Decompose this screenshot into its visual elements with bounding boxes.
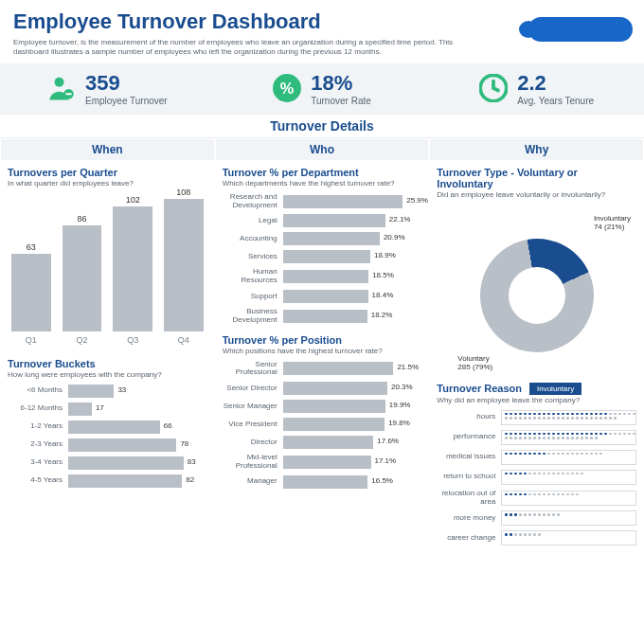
who-column: Turnover % per Department Which departme… xyxy=(215,161,430,552)
person-minus-icon xyxy=(47,74,76,102)
bar-row: 4-5 Years82 xyxy=(8,474,207,488)
why-column: Turnover Type - Voluntary or Involuntary… xyxy=(429,161,644,552)
buckets-title: Turnover Buckets xyxy=(8,358,207,369)
reason-row: return to school xyxy=(437,470,636,485)
kpi-rate: % 18% Turnover Rate xyxy=(215,71,430,106)
kpi-tenure: 2.2 Avg. Years Tenure xyxy=(429,71,644,106)
bar-row: 3-4 Years83 xyxy=(8,456,207,470)
buckets-sub: How long were employees with the company… xyxy=(8,370,207,379)
dept-chart: Research and Development25.9%Legal22.1%A… xyxy=(223,193,422,325)
quarters-title: Turnovers per Quarter xyxy=(8,167,207,178)
bar-row: Business Development18.2% xyxy=(223,308,422,325)
kpi-tenure-label: Avg. Years Tenure xyxy=(517,96,594,106)
reason-filter-pill[interactable]: Involuntary xyxy=(529,383,581,395)
bar-row: 1-2 Years66 xyxy=(8,420,207,434)
reason-row: hours xyxy=(437,410,636,425)
type-title: Turnover Type - Voluntary or Involuntary xyxy=(437,167,636,189)
bar-row: Mid-level Professional17.1% xyxy=(223,454,422,471)
reason-row: medical issues xyxy=(437,450,636,465)
bar-row: Director17.6% xyxy=(223,436,422,449)
dept-title: Turnover % per Department xyxy=(223,167,422,178)
kpi-turnover: 359 Employee Turnover xyxy=(0,71,215,106)
svg-point-0 xyxy=(54,78,63,87)
quarter-bar: 108Q4 xyxy=(164,188,204,345)
pos-chart: Senior Professional21.5%Senior Director2… xyxy=(223,361,422,489)
bar-row: Research and Development25.9% xyxy=(223,193,422,210)
reason-row: relocation out of area xyxy=(437,490,636,507)
tab-when[interactable]: When xyxy=(0,138,215,161)
bar-row: Senior Professional21.5% xyxy=(223,361,422,378)
percent-icon: % xyxy=(273,74,301,102)
kpi-rate-value: 18% xyxy=(311,71,352,96)
dept-sub: Which departments have the highest turno… xyxy=(223,179,422,188)
kpi-tenure-value: 2.2 xyxy=(517,71,546,96)
bar-row: Senior Manager19.9% xyxy=(223,400,422,413)
reason-row: more money xyxy=(437,510,636,526)
bar-row: Legal22.1% xyxy=(223,214,422,227)
buckets-chart: <6 Months336-12 Months171-2 Years662-3 Y… xyxy=(8,385,207,488)
donut-icon xyxy=(471,229,602,361)
quarter-bar: 102Q3 xyxy=(113,195,152,345)
reason-chart: hoursperformancemedical issuesreturn to … xyxy=(437,410,636,546)
bar-row: Services18.9% xyxy=(223,250,422,263)
turnover-type-donut: Involuntary74 (21%) Voluntary285 (79%) xyxy=(437,205,636,371)
kpi-rate-label: Turnover Rate xyxy=(311,96,371,106)
bar-row: Human Resources18.5% xyxy=(223,268,422,285)
reason-sub: Why did an employee leave the company? xyxy=(437,396,636,404)
page-subtitle: Employee turnover, is the measurement of… xyxy=(13,38,468,58)
details-heading: Turnover Details xyxy=(0,114,644,138)
reason-row: performance xyxy=(437,430,636,445)
svg-text:%: % xyxy=(280,80,295,98)
type-sub: Did an employee leave voluntarily or inv… xyxy=(437,190,636,199)
bar-row: Vice President19.8% xyxy=(223,418,422,431)
tab-why[interactable]: Why xyxy=(429,138,644,161)
bar-row: Support18.4% xyxy=(223,290,422,303)
bar-row: Accounting20.9% xyxy=(223,232,422,245)
tab-who[interactable]: Who xyxy=(215,138,430,161)
donut-voluntary-label: Voluntary285 (79%) xyxy=(457,354,492,371)
when-column: Turnovers per Quarter In what quarter di… xyxy=(0,161,215,552)
pos-title: Turnover % per Position xyxy=(223,334,422,346)
bar-row: 2-3 Years78 xyxy=(8,438,207,452)
brand-logo xyxy=(528,17,633,42)
bar-row: Senior Director20.3% xyxy=(223,382,422,395)
bar-row: 6-12 Months17 xyxy=(8,402,207,416)
kpi-band: 359 Employee Turnover % 18% Turnover Rat… xyxy=(0,63,644,114)
pos-sub: Which positions have the highest turnove… xyxy=(223,347,422,355)
reason-title: Turnover Reason xyxy=(437,383,522,394)
kpi-turnover-value: 359 xyxy=(85,71,120,96)
kpi-turnover-label: Employee Turnover xyxy=(85,96,168,106)
quarter-bar: 86Q2 xyxy=(63,214,102,344)
bar-row: Manager16.5% xyxy=(223,475,422,489)
clock-icon xyxy=(479,74,508,102)
svg-rect-2 xyxy=(65,94,71,96)
reason-row: career change xyxy=(437,530,636,546)
quarters-sub: In what quarter did employees leave? xyxy=(8,179,207,188)
donut-involuntary-label: Involuntary74 (21%) xyxy=(594,214,631,231)
quarter-bar: 63Q1 xyxy=(11,242,51,345)
quarters-chart: 63Q186Q2102Q3108Q4 xyxy=(8,193,207,345)
bar-row: <6 Months33 xyxy=(8,385,207,398)
